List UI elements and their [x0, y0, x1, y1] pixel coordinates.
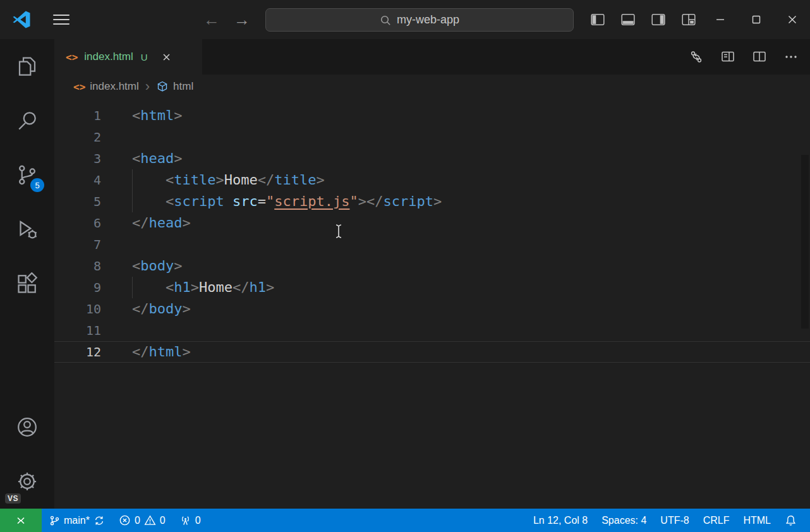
toggle-sidebar-icon[interactable]	[590, 12, 605, 27]
error-count: 0	[135, 515, 140, 526]
token-p: <	[166, 193, 174, 209]
code-line-5[interactable]: 5 <script src="script.js"></script>	[54, 191, 810, 212]
code-text: <body>	[101, 255, 182, 277]
git-untracked-badge: U	[141, 52, 148, 63]
code-editor[interactable]: 1<html>23<head>4 <title>Home</title>5 <s…	[54, 99, 810, 509]
search-icon	[380, 15, 391, 26]
code-line-9[interactable]: 9 <h1>Home</h1>	[54, 277, 810, 298]
line-number[interactable]: 8	[54, 255, 101, 277]
token-p: <	[132, 258, 140, 274]
navigate-back-icon[interactable]: ←	[201, 8, 222, 31]
ports-count: 0	[195, 515, 201, 526]
radio-tower-icon	[179, 514, 191, 526]
code-line-8[interactable]: 8<body>	[54, 255, 810, 277]
code-line-3[interactable]: 3<head>	[54, 148, 810, 169]
code-line-4[interactable]: 4 <title>Home</title>	[54, 169, 810, 191]
toggle-panel-icon[interactable]	[620, 12, 636, 27]
breadcrumb-symbol-label: html	[173, 80, 193, 93]
code-line-6[interactable]: 6</head>	[54, 212, 810, 234]
token-o: =	[258, 193, 266, 209]
sidebar-item-accounts[interactable]	[0, 400, 54, 454]
sidebar-item-extensions[interactable]	[0, 257, 54, 311]
token-x: Home	[199, 279, 233, 295]
problems-status[interactable]: 0 0	[112, 509, 172, 532]
sidebar-item-run-debug[interactable]	[0, 202, 54, 257]
line-number[interactable]: 6	[54, 212, 101, 234]
sidebar-item-search[interactable]	[0, 94, 54, 148]
token-t: head	[149, 215, 183, 231]
token-t: title	[174, 172, 215, 188]
remote-icon	[15, 515, 27, 526]
menu-hamburger-icon[interactable]	[53, 15, 70, 25]
code-text: </body>	[101, 298, 191, 320]
profile-badge: VS	[5, 493, 21, 504]
breadcrumb-symbol[interactable]: html	[156, 80, 193, 93]
code-line-11[interactable]: 11	[54, 320, 810, 341]
tab-index-html[interactable]: <> index.html U	[54, 39, 202, 75]
token-t: h1	[174, 279, 191, 295]
line-number[interactable]: 7	[54, 234, 101, 255]
window-controls	[702, 0, 810, 39]
branch-label: main*	[64, 515, 90, 526]
code-text: <head>	[101, 148, 182, 169]
run-debug-icon	[16, 218, 39, 241]
sidebar-item-manage[interactable]: VS	[0, 454, 54, 509]
token-p: </	[366, 193, 384, 209]
cursor-position[interactable]: Ln 12, Col 8	[526, 509, 595, 532]
branch-status[interactable]: main*	[42, 509, 112, 532]
line-number[interactable]: 1	[54, 105, 101, 126]
line-number[interactable]: 10	[54, 298, 101, 320]
token-t: html	[140, 107, 174, 123]
minimize-icon[interactable]	[702, 0, 738, 39]
token-t: body	[149, 301, 183, 317]
toggle-secondary-sidebar-icon[interactable]	[651, 12, 666, 27]
html-file-icon: <>	[73, 81, 85, 93]
encoding-label: UTF-8	[660, 515, 689, 526]
language-mode[interactable]: HTML	[736, 509, 778, 532]
more-actions-icon[interactable]	[783, 49, 799, 64]
line-number[interactable]: 2	[54, 126, 101, 148]
line-number[interactable]: 3	[54, 148, 101, 169]
scrollbar[interactable]	[801, 155, 809, 329]
notifications-bell[interactable]	[778, 509, 804, 532]
code-line-1[interactable]: 1<html>	[54, 105, 810, 126]
close-icon[interactable]	[774, 0, 810, 39]
language-label: HTML	[743, 515, 771, 526]
open-preview-icon[interactable]	[720, 49, 735, 64]
activity-bar-spacer	[0, 311, 54, 400]
maximize-icon[interactable]	[738, 0, 774, 39]
open-changes-icon[interactable]	[689, 49, 704, 64]
code-line-7[interactable]: 7	[54, 234, 810, 255]
code-text: </head>	[101, 212, 191, 234]
html-file-icon: <>	[66, 51, 78, 63]
navigate-forward-icon[interactable]: →	[231, 8, 253, 31]
code-line-2[interactable]: 2	[54, 126, 810, 148]
indentation-status[interactable]: Spaces: 4	[595, 509, 653, 532]
code-line-10[interactable]: 10</body>	[54, 298, 810, 320]
token-w	[132, 279, 166, 295]
eol-status[interactable]: CRLF	[696, 509, 737, 532]
line-number[interactable]: 11	[54, 320, 101, 341]
layout-controls	[590, 12, 696, 27]
sidebar-item-source-control[interactable]: 5	[0, 148, 54, 202]
line-number[interactable]: 12	[54, 341, 101, 363]
tab-close-icon[interactable]	[159, 49, 174, 64]
line-number[interactable]: 9	[54, 277, 101, 298]
token-t: h1	[249, 279, 266, 295]
gear-icon	[16, 470, 39, 493]
code-line-12[interactable]: 12</html>	[54, 341, 810, 363]
token-x	[224, 193, 233, 209]
ports-status[interactable]: 0	[172, 509, 208, 532]
line-number[interactable]: 4	[54, 169, 101, 191]
code-text: <title>Home</title>	[101, 169, 325, 191]
breadcrumb-file[interactable]: <> index.html	[73, 80, 139, 93]
sidebar-item-explorer[interactable]	[0, 39, 54, 94]
token-p: </	[132, 301, 149, 317]
customize-layout-icon[interactable]	[681, 12, 696, 27]
command-center-search[interactable]: my-web-app	[265, 8, 574, 32]
status-bar-left: main* 0 0	[0, 509, 208, 532]
line-number[interactable]: 5	[54, 191, 101, 212]
remote-indicator[interactable]	[0, 509, 42, 532]
encoding-status[interactable]: UTF-8	[653, 509, 696, 532]
split-editor-icon[interactable]	[752, 49, 767, 64]
